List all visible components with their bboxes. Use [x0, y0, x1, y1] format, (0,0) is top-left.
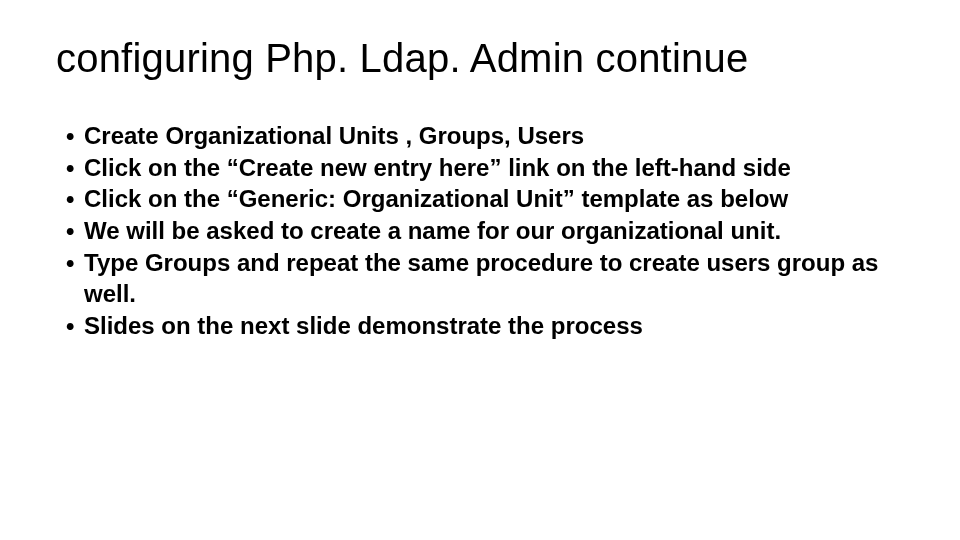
list-item: Slides on the next slide demonstrate the… — [66, 310, 904, 342]
list-item: We will be asked to create a name for ou… — [66, 215, 904, 247]
list-item: Create Organizational Units , Groups, Us… — [66, 120, 904, 152]
list-item: Click on the “Generic: Organizational Un… — [66, 183, 904, 215]
list-item: Type Groups and repeat the same procedur… — [66, 247, 904, 310]
slide: configuring Php. Ldap. Admin continue Cr… — [0, 0, 960, 540]
list-item: Click on the “Create new entry here” lin… — [66, 152, 904, 184]
bullet-list: Create Organizational Units , Groups, Us… — [66, 120, 904, 342]
slide-title: configuring Php. Ldap. Admin continue — [56, 36, 904, 80]
